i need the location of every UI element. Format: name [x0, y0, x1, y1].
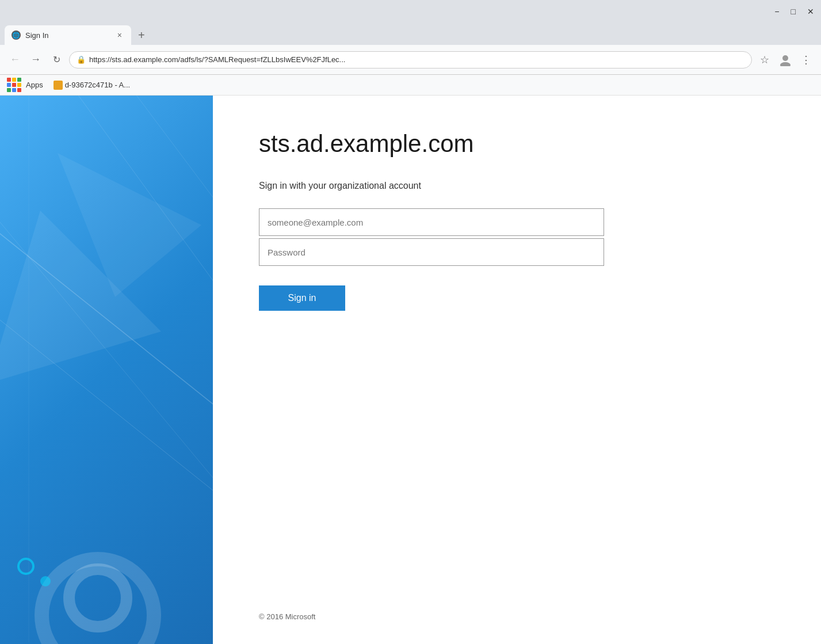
address-bar: ← → ↻ 🔒 https://sts.ad.example.com/adfs/… [0, 45, 821, 75]
sign-in-panel: sts.ad.example.com Sign in with your org… [213, 96, 821, 644]
apps-dot [12, 88, 16, 92]
forward-button[interactable]: → [28, 52, 44, 68]
apps-label[interactable]: Apps [26, 81, 43, 89]
apps-dot [17, 78, 21, 82]
window-controls: − □ ✕ [774, 7, 814, 16]
url-text: https://sts.ad.example.com/adfs/ls/?SAML… [89, 55, 744, 64]
apps-dot [12, 83, 16, 87]
tab-bar: 🌐 Sign In × + [0, 23, 821, 45]
tab-favicon-icon: 🌐 [12, 31, 21, 40]
apps-dot [12, 78, 16, 82]
bookmark-star-icon[interactable]: ☆ [757, 52, 773, 68]
panel-decoration [0, 96, 213, 644]
address-input[interactable]: 🔒 https://sts.ad.example.com/adfs/ls/?SA… [69, 51, 752, 68]
deco-small-circle-2 [40, 576, 51, 586]
apps-dot [7, 83, 11, 87]
bookmark-item-0[interactable]: d-93672c471b - A... [50, 79, 133, 91]
page-content: sts.ad.example.com Sign in with your org… [0, 96, 821, 644]
maximize-button[interactable]: □ [791, 7, 796, 16]
site-title: sts.ad.example.com [259, 130, 775, 158]
reload-button[interactable]: ↻ [48, 52, 64, 68]
svg-point-0 [782, 55, 788, 61]
left-decorative-panel [0, 96, 213, 644]
apps-dot [17, 88, 21, 92]
email-input[interactable] [259, 208, 604, 236]
apps-dot [17, 83, 21, 87]
deco-small-circle [17, 558, 35, 575]
minimize-button[interactable]: − [774, 7, 779, 16]
title-bar: − □ ✕ [0, 0, 821, 23]
tab-title: Sign In [25, 31, 110, 40]
sign-in-subtitle: Sign in with your organizational account [259, 181, 775, 191]
apps-dot [7, 78, 11, 82]
apps-grid-icon [7, 78, 21, 92]
svg-point-1 [780, 62, 791, 66]
bookmark-label-0: d-93672c471b - A... [65, 81, 130, 89]
close-button[interactable]: ✕ [807, 7, 814, 16]
profile-icon[interactable] [777, 52, 793, 68]
password-input[interactable] [259, 238, 604, 266]
active-tab[interactable]: 🌐 Sign In × [5, 25, 131, 45]
bookmarks-bar: Apps d-93672c471b - A... [0, 75, 821, 96]
back-button[interactable]: ← [7, 52, 23, 68]
new-tab-button[interactable]: + [131, 25, 152, 45]
lock-icon: 🔒 [77, 55, 86, 64]
browser-menu-icon[interactable]: ⋮ [798, 52, 814, 68]
bookmark-favicon-icon [54, 81, 63, 90]
tab-close-button[interactable]: × [115, 29, 124, 41]
deco-circle-inner [63, 563, 132, 632]
sign-in-button[interactable]: Sign in [259, 285, 345, 311]
copyright-text: © 2016 Microsoft [259, 612, 775, 621]
apps-dot [7, 88, 11, 92]
